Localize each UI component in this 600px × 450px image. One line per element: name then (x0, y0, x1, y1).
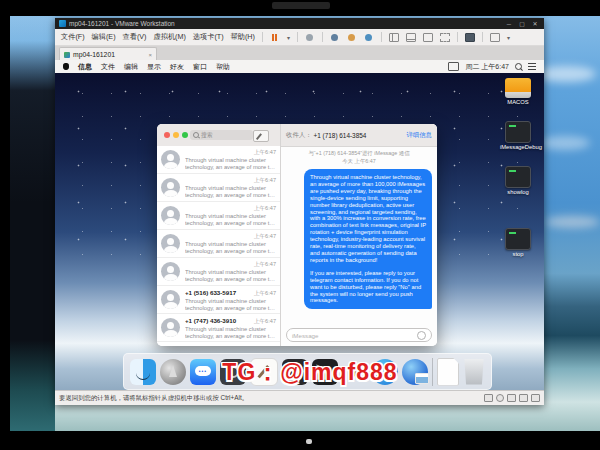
revert-snapshot-icon[interactable] (347, 32, 357, 42)
fit-guest-display-icon[interactable] (490, 32, 500, 42)
menu-vm[interactable]: 虚拟机(M) (154, 32, 186, 42)
conversation-list: 上午6:47 Through virtual machine cluster t… (157, 146, 280, 346)
spotlight-search-icon[interactable] (515, 63, 522, 70)
sent-message-bubble: Through virtual machine cluster technolo… (304, 169, 432, 309)
menubar-clock[interactable]: 周二 上午6:47 (465, 62, 509, 72)
messages-toolbar: 搜索 (157, 124, 280, 147)
menubar-app-name[interactable]: 信息 (78, 62, 92, 72)
maximize-button[interactable]: ▢ (517, 20, 527, 27)
close-button[interactable]: ✕ (530, 20, 540, 27)
conversation-row[interactable]: 上午6:47 Through virtual machine cluster t… (157, 202, 280, 230)
desktop-icon-showlog[interactable]: showlog (500, 166, 536, 195)
emoji-icon[interactable] (417, 331, 426, 340)
drive-icon (505, 78, 531, 98)
tab-close-icon[interactable]: × (148, 52, 152, 58)
vmware-menubar: 文件(F) 编辑(E) 查看(V) 虚拟机(M) 选项卡(T) 帮助(H) ▾ (55, 29, 544, 46)
recipient-number[interactable]: +1 (718) 614-3854 (314, 132, 367, 139)
menu-help[interactable]: 帮助(H) (231, 32, 255, 42)
toolbar-separator (262, 32, 263, 42)
conversation-row[interactable]: 上午6:47 Through virtual machine cluster t… (157, 258, 280, 286)
conversation-row[interactable]: 上午6:47 Through virtual machine cluster t… (157, 146, 280, 174)
details-link[interactable]: 详细信息 (406, 131, 432, 140)
to-label: 收件人： (286, 131, 312, 140)
menubar-buddies[interactable]: 好友 (170, 62, 184, 72)
toolbar-separator (297, 32, 298, 42)
toolbar-separator (457, 32, 458, 42)
conversation-row[interactable]: +1 (747) 436-3910上午6:47 Through virtual … (157, 314, 280, 342)
menubar-view[interactable]: 显示 (147, 62, 161, 72)
minimize-button[interactable]: ─ (504, 21, 514, 27)
fit-dropdown-icon[interactable]: ▾ (507, 34, 510, 41)
compose-button[interactable] (253, 130, 269, 142)
network-adapter-icon[interactable] (507, 394, 516, 402)
vm-tab[interactable]: mp04-161201 × (59, 47, 157, 61)
cloud (540, 136, 590, 150)
zoom-traffic-light[interactable] (182, 132, 188, 138)
apple-menu-icon[interactable] (63, 63, 69, 70)
close-traffic-light[interactable] (164, 132, 170, 138)
vmware-titlebar[interactable]: mp04-161201 - VMware Workstation ─ ▢ ✕ (55, 18, 544, 29)
vmware-logo-icon (59, 20, 66, 27)
toolbar-separator (381, 32, 382, 42)
avatar (161, 206, 180, 225)
message-input[interactable]: iMessage (286, 328, 432, 342)
menu-file[interactable]: 文件(F) (61, 32, 85, 42)
menubar-help[interactable]: 帮助 (216, 62, 230, 72)
console-view-icon[interactable] (465, 32, 475, 42)
conversation-row[interactable]: 上午6:47 Through virtual machine cluster t… (157, 174, 280, 202)
bubble-paragraph-1: Through virtual machine cluster technolo… (310, 174, 426, 264)
notification-center-icon[interactable] (528, 63, 536, 70)
show-thumbnail-bar-icon[interactable] (406, 32, 416, 42)
screen: mp04-161201 - VMware Workstation ─ ▢ ✕ 文… (0, 0, 600, 450)
cd-rom-icon[interactable] (496, 394, 504, 402)
thread-date: 今天 上午6:47 (281, 158, 437, 165)
messages-window: 搜索 上午6:47 Through virtual machine cluste… (157, 124, 437, 346)
menu-edit[interactable]: 编辑(E) (92, 32, 116, 42)
show-library-icon[interactable] (389, 32, 399, 42)
pause-vm-icon[interactable] (270, 32, 280, 42)
bubble-paragraph-2: If you are interested, please reply to y… (310, 270, 426, 305)
menubar-window[interactable]: 窗口 (193, 62, 207, 72)
desktop-icon-stop[interactable]: stop (500, 228, 536, 257)
conversation-header: 收件人： +1 (718) 614-3854 详细信息 (281, 124, 437, 147)
terminal-app-icon (505, 166, 531, 188)
conversation-row[interactable]: +1 (516) 633-5917上午6:47 Through virtual … (157, 286, 280, 314)
vmware-window: mp04-161201 - VMware Workstation ─ ▢ ✕ 文… (55, 18, 544, 405)
message-log-icon[interactable] (531, 394, 540, 402)
video-player-artifact (272, 2, 330, 9)
manage-snapshots-icon[interactable] (364, 32, 374, 42)
terminal-app-icon (505, 228, 531, 250)
cloud (545, 216, 600, 228)
enter-fullscreen-icon[interactable] (423, 32, 433, 42)
search-input[interactable]: 搜索 (190, 130, 253, 140)
macos-desktop: MACOS iMessageDebug showlog stop (55, 73, 544, 391)
avatar (161, 234, 180, 253)
toolbar-separator (322, 32, 323, 42)
hard-disk-icon[interactable] (484, 394, 493, 402)
menu-tabs[interactable]: 选项卡(T) (193, 32, 224, 42)
vm-tab-label: mp04-161201 (73, 51, 115, 58)
input-source-icon[interactable] (448, 62, 459, 71)
cloud (536, 66, 596, 82)
desktop-icon-imessagedebug[interactable]: iMessageDebug (500, 121, 536, 150)
take-snapshot-icon[interactable] (330, 32, 340, 42)
toolbar-separator (482, 32, 483, 42)
menubar-file[interactable]: 文件 (101, 62, 115, 72)
usb-device-icon[interactable] (519, 394, 528, 402)
send-ctrl-alt-del-icon[interactable] (305, 32, 315, 42)
conversation-pane: 收件人： +1 (718) 614-3854 详细信息 与“+1 (718) 6… (281, 124, 437, 346)
vmware-statusbar: 要返回到您的计算机，请将鼠标指针从虚拟机中移出或按 Ctrl+Alt。 (55, 390, 544, 405)
avatar (161, 150, 180, 169)
message-thread: 与“+1 (718) 614-3854”进行 iMessage 通信 今天 上午… (281, 147, 437, 326)
unity-mode-icon[interactable] (440, 32, 450, 42)
video-player-control[interactable] (306, 439, 312, 444)
vm-guest-screen: 信息 文件 编辑 显示 好友 窗口 帮助 周二 上午6:47 MACOS (55, 60, 544, 391)
search-placeholder: 搜索 (201, 131, 213, 140)
menubar-edit[interactable]: 编辑 (124, 62, 138, 72)
power-dropdown-icon[interactable]: ▾ (287, 34, 290, 41)
menu-view[interactable]: 查看(V) (123, 32, 147, 42)
vmware-tabbar: mp04-161201 × (55, 46, 544, 61)
desktop-icon-macos[interactable]: MACOS (500, 78, 536, 105)
conversation-row[interactable]: 上午6:47 Through virtual machine cluster t… (157, 230, 280, 258)
minimize-traffic-light[interactable] (173, 132, 179, 138)
